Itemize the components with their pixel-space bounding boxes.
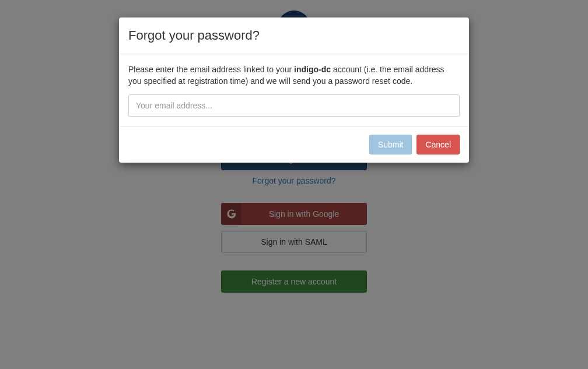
email-input[interactable] xyxy=(128,94,460,117)
submit-button[interactable]: Submit xyxy=(369,135,412,154)
instruction-prefix: Please enter the email address linked to… xyxy=(128,65,294,74)
modal-body: Please enter the email address linked to… xyxy=(119,54,469,126)
modal-header: Forgot your password? xyxy=(119,17,469,54)
modal-footer: Submit Cancel xyxy=(119,126,469,163)
modal-instruction: Please enter the email address linked to… xyxy=(128,64,460,87)
instruction-account: indigo-dc xyxy=(294,65,331,74)
modal-title: Forgot your password? xyxy=(128,28,460,43)
forgot-password-modal: Forgot your password? Please enter the e… xyxy=(119,17,469,163)
cancel-button[interactable]: Cancel xyxy=(416,135,460,154)
